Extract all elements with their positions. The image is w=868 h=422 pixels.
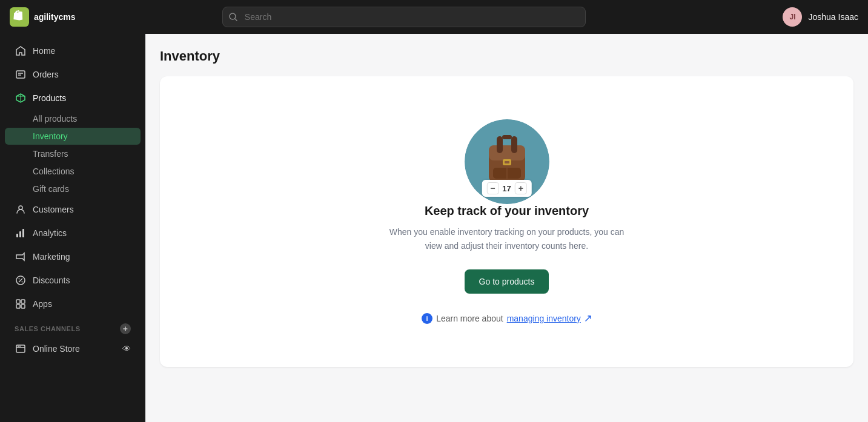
counter-decrease-button[interactable]: −	[486, 182, 499, 194]
sidebar-item-customers[interactable]: Customers	[5, 198, 141, 221]
products-icon	[15, 92, 27, 104]
svg-point-15	[19, 279, 20, 280]
search-bar	[222, 7, 586, 27]
sidebar-sub-collections[interactable]: Collections	[5, 163, 141, 180]
external-link-icon	[585, 315, 592, 322]
sidebar-item-analytics-label: Analytics	[33, 228, 67, 238]
sales-channels-label: SALES CHANNELS +	[0, 316, 145, 337]
svg-point-24	[19, 346, 21, 347]
main-content: Inventory	[145, 34, 868, 422]
svg-line-2	[235, 19, 237, 21]
sidebar-sub-gift-cards[interactable]: Gift cards	[5, 180, 141, 197]
managing-inventory-link[interactable]: managing inventory	[507, 314, 581, 323]
add-sales-channel-button[interactable]: +	[120, 323, 131, 334]
svg-rect-17	[16, 300, 20, 303]
empty-state-heading: Keep track of your inventory	[425, 204, 589, 218]
sidebar: Home Orders Products All products Invent…	[0, 34, 145, 422]
svg-rect-28	[511, 136, 517, 153]
home-icon	[15, 45, 27, 57]
svg-point-9	[19, 206, 22, 209]
online-store-icon	[15, 343, 27, 355]
counter-value: 17	[502, 184, 511, 193]
eye-icon[interactable]: 👁	[122, 344, 131, 354]
search-input[interactable]	[222, 7, 586, 27]
inventory-empty-state: − 17 + Keep track of your inventory When…	[160, 76, 853, 367]
sidebar-item-online-store[interactable]: Online Store 👁	[5, 337, 141, 360]
discounts-icon	[15, 274, 27, 286]
layout: Home Orders Products All products Invent…	[0, 34, 868, 422]
svg-rect-20	[21, 305, 25, 308]
sidebar-item-apps[interactable]: Apps	[5, 292, 141, 315]
sidebar-item-marketing[interactable]: Marketing	[5, 245, 141, 268]
sidebar-item-products[interactable]: Products	[5, 87, 141, 110]
backpack-svg	[480, 130, 534, 188]
sidebar-item-online-store-label: Online Store	[33, 344, 80, 354]
topbar-right: JI Joshua Isaac	[783, 7, 858, 27]
footer-help-link: i Learn more about managing inventory	[422, 313, 592, 324]
svg-rect-11	[19, 231, 21, 237]
sidebar-item-products-label: Products	[33, 93, 66, 103]
sidebar-item-customers-label: Customers	[33, 205, 74, 214]
svg-rect-27	[497, 136, 503, 153]
sidebar-item-apps-label: Apps	[33, 299, 52, 309]
svg-rect-26	[489, 145, 525, 160]
shopify-logo-icon	[10, 7, 29, 27]
customers-icon	[15, 203, 27, 216]
empty-state-subtext: When you enable inventory tracking on yo…	[386, 225, 628, 252]
sidebar-sub-transfers[interactable]: Transfers	[5, 145, 141, 162]
svg-rect-18	[21, 300, 25, 303]
svg-point-23	[18, 346, 19, 347]
user-name: Joshua Isaac	[808, 12, 858, 22]
sidebar-item-marketing-label: Marketing	[33, 252, 70, 262]
brand-name: agilitycms	[34, 12, 75, 22]
sidebar-sub-all-products[interactable]: All products	[5, 110, 141, 127]
counter-increase-button[interactable]: +	[515, 182, 527, 194]
go-to-products-button[interactable]: Go to products	[465, 269, 549, 294]
svg-rect-29	[502, 135, 512, 139]
orders-icon	[15, 68, 27, 81]
svg-rect-12	[22, 229, 24, 237]
sidebar-item-discounts-label: Discounts	[33, 275, 70, 285]
sidebar-item-discounts[interactable]: Discounts	[5, 269, 141, 292]
sidebar-item-orders-label: Orders	[33, 70, 59, 79]
avatar[interactable]: JI	[783, 7, 802, 27]
svg-rect-31	[505, 161, 509, 163]
search-icon	[228, 12, 238, 22]
sidebar-item-orders[interactable]: Orders	[5, 63, 141, 86]
marketing-icon	[15, 251, 27, 263]
footer-text: Learn more about	[436, 314, 503, 323]
sidebar-item-home-label: Home	[33, 46, 55, 56]
info-icon: i	[422, 313, 432, 324]
sidebar-sub-inventory[interactable]: Inventory	[5, 128, 141, 145]
sidebar-item-analytics[interactable]: Analytics	[5, 222, 141, 245]
svg-rect-10	[16, 234, 18, 237]
inventory-illustration: − 17 +	[465, 119, 549, 204]
page-title: Inventory	[160, 48, 853, 64]
brand[interactable]: agilitycms	[10, 7, 119, 27]
analytics-icon	[15, 227, 27, 239]
sidebar-item-home[interactable]: Home	[5, 39, 141, 62]
svg-point-16	[22, 282, 23, 283]
svg-rect-3	[16, 71, 25, 78]
apps-icon	[15, 298, 27, 310]
topbar: agilitycms JI Joshua Isaac	[0, 0, 868, 34]
inventory-counter: − 17 +	[482, 180, 531, 197]
svg-rect-19	[16, 305, 20, 308]
